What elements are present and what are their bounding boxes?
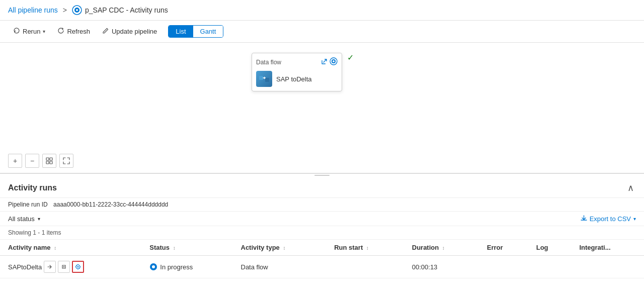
toolbar: Rerun ▾ Refresh Update pipeline List Gan… [0, 21, 644, 43]
col-status: Status ↕ [141, 240, 232, 256]
success-checkmark: ✓ [347, 53, 354, 62]
svg-rect-8 [46, 158, 49, 160]
card-action-icons [321, 57, 338, 67]
export-chevron-icon: ▾ [633, 216, 636, 222]
row-run-start-cell [326, 256, 404, 278]
svg-rect-6 [259, 76, 263, 80]
gantt-view-button[interactable]: Gantt [193, 26, 223, 37]
sort-activity-type-icon[interactable]: ↕ [283, 245, 285, 251]
row-duration-cell: 00:00:13 [404, 256, 479, 278]
showing-count: Showing 1 - 1 items [0, 226, 644, 240]
activity-name-text: SAPtoDelta [8, 263, 42, 271]
dataflow-activity-card[interactable]: Data flow [252, 53, 342, 91]
page-title-text: p_SAP CDC - Activity runs [85, 6, 168, 14]
sort-duration-icon[interactable]: ↕ [442, 245, 445, 251]
header-row: Activity name ↕ Status ↕ Activity type ↕… [0, 240, 644, 256]
card-type-label: Data flow [256, 59, 281, 66]
monitor-action-icon[interactable] [72, 261, 84, 273]
breadcrumb-separator: > [63, 6, 67, 14]
activity-runs-table: Activity name ↕ Status ↕ Activity type ↕… [0, 240, 644, 278]
rerun-chevron-icon: ▾ [43, 29, 45, 34]
filter-bar: All status ▾ Export to CSV ▾ [0, 212, 644, 226]
collapse-panel-button[interactable]: ∧ [625, 182, 636, 193]
output-action-icon[interactable] [58, 261, 70, 273]
svg-point-15 [152, 265, 155, 268]
rerun-icon [13, 27, 20, 36]
sort-run-start-icon[interactable]: ↕ [366, 245, 369, 251]
fit-view-button[interactable] [42, 154, 56, 168]
external-link-icon[interactable] [321, 58, 328, 66]
table-row: SAPtoDelta [0, 256, 644, 278]
svg-point-13 [77, 266, 79, 268]
export-csv-button[interactable]: Export to CSV ▾ [581, 215, 636, 223]
row-status-cell: In progress [141, 256, 232, 278]
in-progress-status: In progress [149, 263, 224, 271]
divider-indicator [314, 175, 330, 176]
svg-point-2 [76, 9, 78, 11]
duration-value: 00:00:13 [412, 263, 438, 271]
svg-rect-11 [50, 161, 52, 164]
card-run-icon [330, 57, 338, 67]
rerun-label: Rerun [23, 28, 40, 35]
sort-status-icon[interactable]: ↕ [173, 245, 176, 251]
data-flow-type-text: Data flow [256, 59, 281, 66]
col-activity-name: Activity name ↕ [0, 240, 141, 256]
status-filter[interactable]: All status ▾ [8, 215, 40, 223]
export-label: Export to CSV [590, 215, 631, 223]
in-progress-icon [149, 263, 157, 271]
filter-chevron-icon: ▾ [38, 216, 40, 222]
activity-name-group: SAPtoDelta [8, 261, 133, 273]
row-activity-name-cell: SAPtoDelta [0, 256, 141, 278]
zoom-in-button[interactable]: + [8, 154, 22, 168]
card-body: SAP toDelta [256, 71, 338, 87]
fullscreen-button[interactable] [59, 154, 73, 168]
update-pipeline-label: Update pipeline [112, 28, 157, 35]
sort-activity-name-icon[interactable]: ↕ [54, 245, 56, 251]
table-body: SAPtoDelta [0, 256, 644, 278]
svg-rect-10 [46, 161, 49, 164]
canvas-controls: + − [8, 154, 73, 168]
run-id-value: aaaa0000-bb11-2222-33cc-444444dddddd [53, 201, 168, 208]
refresh-label: Refresh [67, 28, 90, 35]
activity-type-text: Data flow [241, 263, 268, 271]
run-id-label: Pipeline run ID [8, 201, 48, 208]
col-run-start: Run start ↕ [326, 240, 404, 256]
activity-runs-panel: Activity runs ∧ Pipeline run ID aaaa0000… [0, 176, 644, 278]
refresh-button[interactable]: Refresh [52, 25, 95, 38]
breadcrumb-bar: All pipeline runs > p_SAP CDC - Activity… [0, 0, 644, 21]
export-icon [581, 215, 587, 223]
pencil-icon [102, 27, 109, 36]
svg-point-5 [333, 60, 335, 62]
list-view-button[interactable]: List [169, 26, 193, 37]
pipeline-run-id-bar: Pipeline run ID aaaa0000-bb11-2222-33cc-… [0, 198, 644, 212]
input-action-icon[interactable] [44, 261, 56, 273]
col-activity-type: Activity type ↕ [233, 240, 327, 256]
update-pipeline-button[interactable]: Update pipeline [97, 25, 162, 38]
pipeline-run-icon [72, 5, 82, 15]
card-header: Data flow [256, 57, 338, 67]
row-log-cell [528, 256, 572, 278]
status-filter-label: All status [8, 215, 35, 223]
panel-header: Activity runs ∧ [0, 176, 644, 198]
row-activity-type-cell: Data flow [233, 256, 327, 278]
row-integration-cell [571, 256, 644, 278]
all-pipeline-runs-link[interactable]: All pipeline runs [8, 6, 58, 14]
col-duration: Duration ↕ [404, 240, 479, 256]
row-error-cell [479, 256, 528, 278]
panel-title: Activity runs [8, 183, 57, 192]
view-toggle: List Gantt [168, 25, 223, 38]
activity-name-in-card: SAP toDelta [276, 75, 312, 83]
refresh-icon [57, 27, 64, 36]
status-text: In progress [160, 263, 193, 271]
zoom-out-button[interactable]: − [25, 154, 39, 168]
svg-rect-9 [50, 158, 52, 160]
col-log: Log [528, 240, 572, 256]
col-error: Error [479, 240, 528, 256]
table-header: Activity name ↕ Status ↕ Activity type ↕… [0, 240, 644, 256]
sap-dataflow-icon [256, 71, 272, 87]
col-integration: Integrati... [571, 240, 644, 256]
current-page-title: p_SAP CDC - Activity runs [72, 5, 168, 15]
rerun-button[interactable]: Rerun ▾ [8, 25, 50, 38]
svg-rect-7 [265, 78, 269, 82]
pipeline-canvas: Data flow [0, 43, 644, 173]
